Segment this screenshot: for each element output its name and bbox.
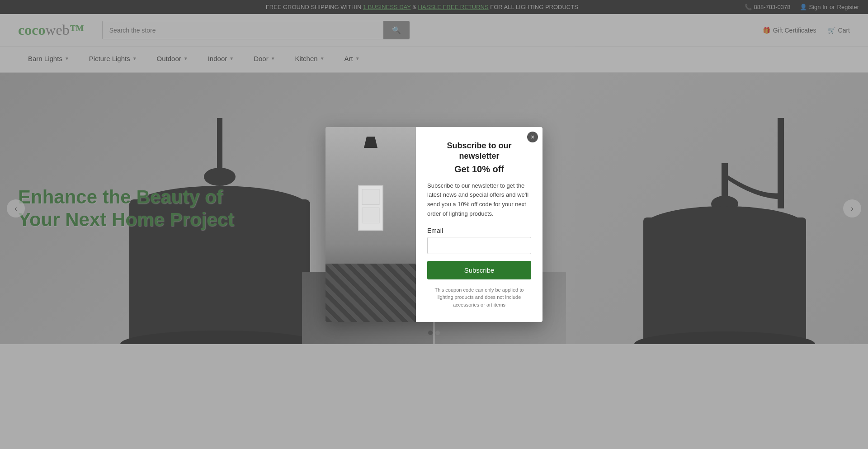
kitchen-lamp [364, 137, 377, 148]
kitchen-door-panel-top [362, 189, 380, 205]
email-label: Email [427, 227, 531, 234]
subscribe-button[interactable]: Subscribe [427, 261, 531, 279]
modal-title: Subscribe to our newsletter [427, 141, 531, 162]
modal-image [326, 127, 416, 322]
email-input[interactable] [427, 237, 531, 254]
modal-subtitle: Get 10% off [427, 164, 531, 175]
modal-disclaimer: This coupon code can only be applied to … [427, 286, 531, 309]
newsletter-modal: × Subscribe to our newsletter Get 10% of… [326, 127, 542, 322]
kitchen-door-panel-bottom [362, 208, 380, 223]
modal-backdrop[interactable]: × Subscribe to our newsletter Get 10% of… [0, 0, 868, 449]
modal-description: Subscribe to our newsletter to get the l… [427, 181, 531, 219]
kitchen-door [359, 185, 383, 231]
kitchen-floor [326, 264, 416, 322]
modal-content: Subscribe to our newsletter Get 10% off … [416, 127, 542, 322]
kitchen-scene [326, 127, 416, 322]
close-icon: × [531, 133, 534, 141]
modal-close-button[interactable]: × [527, 132, 538, 142]
